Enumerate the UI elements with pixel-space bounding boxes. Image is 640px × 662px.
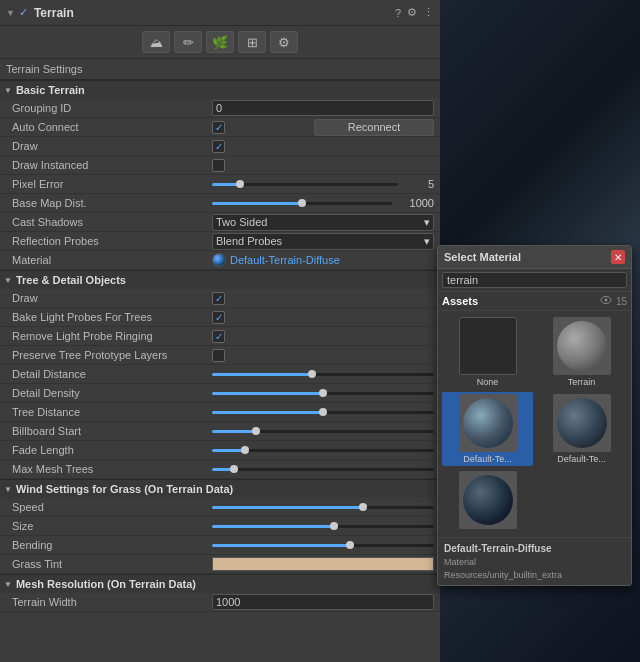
bending-track[interactable] — [212, 544, 434, 547]
material-label: Material — [12, 254, 212, 266]
billboard-start-track[interactable] — [212, 430, 434, 433]
draw-label: Draw — [12, 140, 212, 152]
remove-ringing-row: Remove Light Probe Ringing ✓ — [0, 327, 440, 346]
modal-count — [600, 294, 612, 308]
eye-icon — [600, 294, 612, 306]
grouping-id-input[interactable] — [212, 100, 434, 116]
menu-icon[interactable]: ⋮ — [423, 6, 434, 19]
toolbar-detail-btn[interactable]: ⊞ — [238, 31, 266, 53]
modal-selected-name: Default-Terrain-Diffuse — [444, 542, 625, 556]
detail-density-thumb[interactable] — [319, 389, 327, 397]
modal-close-button[interactable]: ✕ — [611, 250, 625, 264]
toolbar-brush-btn[interactable]: ✏ — [174, 31, 202, 53]
pixel-error-thumb[interactable] — [236, 180, 244, 188]
fade-length-thumb[interactable] — [241, 446, 249, 454]
speed-label: Speed — [12, 501, 212, 513]
material-sphere-icon — [212, 253, 226, 267]
detail-density-track[interactable] — [212, 392, 434, 395]
grass-tint-swatch[interactable] — [212, 557, 434, 571]
tree-draw-row: Draw ✓ — [0, 289, 440, 308]
modal-item-count: 15 — [616, 296, 627, 307]
modal-header: Select Material ✕ — [438, 246, 631, 269]
bake-light-probes-checkbox[interactable]: ✓ — [212, 311, 225, 324]
detail-distance-track[interactable] — [212, 373, 434, 376]
reflection-probes-row: Reflection Probes Blend Probes ▾ — [0, 232, 440, 251]
base-map-dist-display: 1000 — [396, 197, 434, 209]
toolbar-paint-btn[interactable]: ⛰ — [142, 31, 170, 53]
grass-tint-row: Grass Tint — [0, 555, 440, 574]
select-material-modal: Select Material ✕ Assets 15 None Terrain — [437, 245, 632, 586]
billboard-start-fill — [212, 430, 256, 433]
cast-shadows-dropdown[interactable]: Two Sided ▾ — [212, 214, 434, 231]
basic-terrain-foldout[interactable]: ▼ Basic Terrain — [0, 80, 440, 99]
bending-label: Bending — [12, 539, 212, 551]
speed-thumb[interactable] — [359, 503, 367, 511]
draw-checkbox[interactable]: ✓ — [212, 140, 225, 153]
size-track[interactable] — [212, 525, 434, 528]
preserve-layers-checkbox[interactable] — [212, 349, 225, 362]
toolbar-settings-btn[interactable]: ⚙ — [270, 31, 298, 53]
base-map-dist-track[interactable] — [212, 202, 392, 205]
collapse-arrow[interactable]: ▼ — [6, 8, 15, 18]
bending-fill — [212, 544, 350, 547]
tree-distance-value — [212, 411, 434, 414]
tree-distance-thumb[interactable] — [319, 408, 327, 416]
modal-search-input[interactable] — [442, 272, 627, 288]
fade-length-label: Fade Length — [12, 444, 212, 456]
base-map-dist-slider-row: 1000 — [212, 197, 434, 209]
mesh-resolution-title: Mesh Resolution (On Terrain Data) — [16, 578, 196, 590]
draw-instanced-checkbox[interactable] — [212, 159, 225, 172]
detail-distance-label: Detail Distance — [12, 368, 212, 380]
max-mesh-trees-track[interactable] — [212, 468, 434, 471]
base-map-dist-thumb[interactable] — [298, 199, 306, 207]
header-bar: ▼ ✓ Terrain ? ⚙ ⋮ — [0, 0, 440, 26]
detail-density-row: Detail Density — [0, 384, 440, 403]
material-item-default2[interactable]: Default-Te... — [536, 392, 627, 466]
billboard-start-slider-row — [212, 430, 434, 433]
help-icon[interactable]: ? — [395, 7, 401, 19]
modal-selected-type: Material — [444, 556, 625, 569]
section-label: Terrain Settings — [0, 59, 440, 80]
mesh-resolution-foldout[interactable]: ▼ Mesh Resolution (On Terrain Data) — [0, 574, 440, 593]
tree-detail-arrow: ▼ — [4, 276, 12, 285]
material-item-default3[interactable] — [442, 469, 533, 533]
cast-shadows-selected: Two Sided — [216, 216, 267, 228]
auto-connect-row: Auto Connect ✓ Reconnect — [0, 118, 440, 137]
tree-distance-track[interactable] — [212, 411, 434, 414]
size-fill — [212, 525, 334, 528]
pixel-error-slider-row: 5 — [212, 178, 434, 190]
material-name[interactable]: Default-Terrain-Diffuse — [230, 254, 434, 266]
reflection-probes-value: Blend Probes ▾ — [212, 233, 434, 250]
modal-items-grid: None Terrain Default-Te... Default-Te... — [438, 311, 631, 537]
billboard-start-thumb[interactable] — [252, 427, 260, 435]
default1-sphere — [463, 398, 513, 448]
material-thumb-terrain — [553, 317, 611, 375]
settings-icon[interactable]: ⚙ — [407, 6, 417, 19]
bake-light-probes-label: Bake Light Probes For Trees — [12, 311, 212, 323]
auto-connect-checkbox[interactable]: ✓ — [212, 121, 225, 134]
reconnect-button[interactable]: Reconnect — [314, 119, 434, 136]
pixel-error-track[interactable] — [212, 183, 398, 186]
tree-detail-foldout[interactable]: ▼ Tree & Detail Objects — [0, 270, 440, 289]
modal-tab-assets[interactable]: Assets — [442, 295, 478, 307]
detail-distance-thumb[interactable] — [308, 370, 316, 378]
material-value: Default-Terrain-Diffuse — [212, 253, 434, 267]
size-thumb[interactable] — [330, 522, 338, 530]
grouping-id-value — [212, 100, 434, 116]
tree-draw-checkbox[interactable]: ✓ — [212, 292, 225, 305]
terrain-width-input[interactable] — [212, 594, 434, 610]
material-item-default1[interactable]: Default-Te... — [442, 392, 533, 466]
speed-track[interactable] — [212, 506, 434, 509]
size-slider-row — [212, 525, 434, 528]
remove-ringing-checkbox[interactable]: ✓ — [212, 330, 225, 343]
reflection-probes-dropdown[interactable]: Blend Probes ▾ — [212, 233, 434, 250]
fade-length-track[interactable] — [212, 449, 434, 452]
material-item-terrain[interactable]: Terrain — [536, 315, 627, 389]
wind-settings-foldout[interactable]: ▼ Wind Settings for Grass (On Terrain Da… — [0, 479, 440, 498]
max-mesh-trees-thumb[interactable] — [230, 465, 238, 473]
material-thumb-default1 — [459, 394, 517, 452]
toolbar-tree-btn[interactable]: 🌿 — [206, 31, 234, 53]
material-item-none[interactable]: None — [442, 315, 533, 389]
detail-density-label: Detail Density — [12, 387, 212, 399]
bending-thumb[interactable] — [346, 541, 354, 549]
